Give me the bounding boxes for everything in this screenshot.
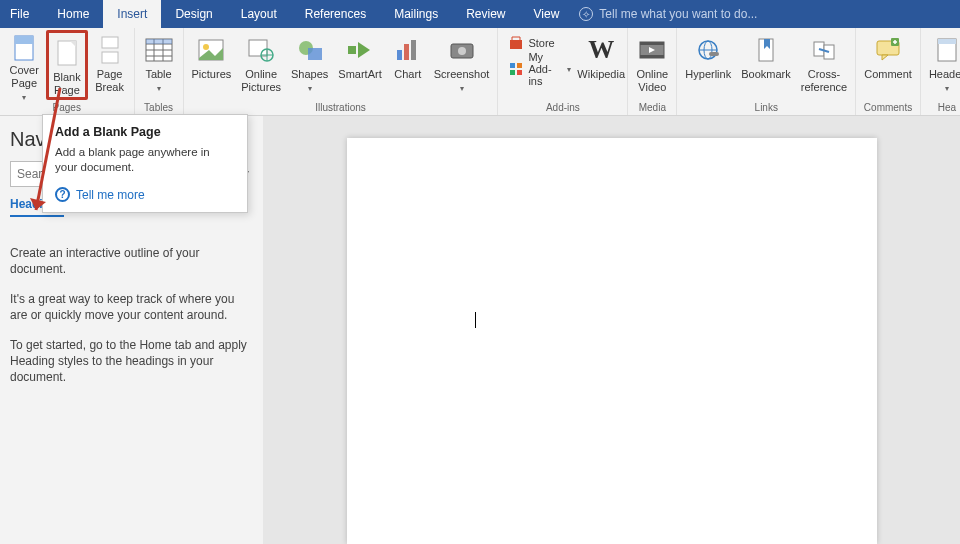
- svg-rect-15: [249, 40, 267, 56]
- tab-references[interactable]: References: [291, 0, 380, 28]
- cross-reference-button[interactable]: Cross-reference: [797, 30, 851, 100]
- chart-button[interactable]: Chart: [388, 30, 428, 100]
- smartart-label: SmartArt: [338, 68, 381, 81]
- chevron-down-icon: ▾: [460, 84, 464, 93]
- group-addins-label: Add-ins: [546, 101, 580, 115]
- svg-rect-4: [102, 37, 118, 48]
- bookmark-button[interactable]: Bookmark: [737, 30, 795, 100]
- tell-me-search[interactable]: ✧ Tell me what you want to do...: [573, 0, 960, 28]
- tab-mailings[interactable]: Mailings: [380, 0, 452, 28]
- online-pics-label2: Pictures: [241, 81, 281, 93]
- screenshot-icon: [448, 34, 476, 66]
- group-header-label: Hea: [938, 101, 956, 115]
- online-video-label2: Video: [638, 81, 666, 93]
- chevron-down-icon: ▾: [22, 93, 26, 102]
- my-addins-label: My Add-ins: [528, 51, 563, 87]
- chevron-down-icon: ▾: [567, 65, 571, 74]
- online-pictures-icon: [247, 34, 275, 66]
- wikipedia-icon: W: [588, 34, 614, 66]
- comment-label: Comment: [864, 68, 912, 81]
- cover-page-button[interactable]: CoverPage ▾: [4, 30, 44, 100]
- group-illustrations-label: Illustrations: [315, 101, 366, 115]
- addins-icon: [508, 61, 524, 77]
- group-illustrations: Pictures OnlinePictures Shapes▾ SmartArt: [184, 28, 499, 115]
- chevron-down-icon: ▾: [157, 84, 161, 93]
- tab-review[interactable]: Review: [452, 0, 519, 28]
- tab-design[interactable]: Design: [161, 0, 226, 28]
- svg-rect-21: [348, 46, 356, 54]
- comment-button[interactable]: Comment: [860, 30, 916, 100]
- tab-layout[interactable]: Layout: [227, 0, 291, 28]
- pictures-icon: [197, 34, 225, 66]
- svg-rect-36: [640, 55, 664, 58]
- page-break-label2: Break: [95, 81, 124, 93]
- hyperlink-label: Hyperlink: [685, 68, 731, 81]
- group-links-label: Links: [755, 101, 778, 115]
- header-icon: [936, 34, 958, 66]
- header-button[interactable]: Header▾: [925, 30, 960, 100]
- chevron-down-icon: ▾: [945, 84, 949, 93]
- store-icon: [508, 35, 524, 51]
- online-pictures-button[interactable]: OnlinePictures: [237, 30, 285, 100]
- group-comments-label: Comments: [864, 101, 912, 115]
- svg-rect-40: [709, 52, 719, 56]
- ribbon-tabstrip: File Home Insert Design Layout Reference…: [0, 0, 960, 28]
- blank-page-label1: Blank: [53, 71, 81, 83]
- chevron-down-icon: ▾: [308, 84, 312, 93]
- svg-rect-2: [58, 41, 76, 65]
- bookmark-label: Bookmark: [741, 68, 791, 81]
- online-video-button[interactable]: OnlineVideo: [632, 30, 672, 100]
- table-label: Table: [145, 68, 171, 80]
- smartart-button[interactable]: SmartArt: [334, 30, 385, 100]
- table-button[interactable]: Table▾: [139, 30, 179, 100]
- tooltip-title: Add a Blank Page: [55, 125, 235, 139]
- hyperlink-button[interactable]: Hyperlink: [681, 30, 735, 100]
- my-addins-button[interactable]: My Add-ins ▾: [508, 58, 571, 80]
- tab-home[interactable]: Home: [43, 0, 103, 28]
- document-page[interactable]: [347, 138, 877, 544]
- comment-icon: [874, 34, 902, 66]
- online-video-icon: [638, 34, 666, 66]
- shapes-button[interactable]: Shapes▾: [287, 30, 332, 100]
- svg-point-27: [458, 47, 466, 55]
- svg-rect-28: [510, 40, 522, 49]
- group-addins: Store My Add-ins ▾ W Wikipedia Add-ins: [498, 28, 628, 115]
- chart-icon: [394, 34, 422, 66]
- wikipedia-button[interactable]: W Wikipedia: [579, 30, 623, 100]
- nav-help-para1: Create an interactive outline of your do…: [10, 245, 253, 277]
- blank-page-button[interactable]: BlankPage: [46, 30, 87, 100]
- hyperlink-icon: [694, 34, 722, 66]
- svg-rect-31: [510, 70, 515, 75]
- document-area: [263, 116, 960, 544]
- page-break-button[interactable]: PageBreak: [90, 30, 130, 100]
- online-pics-label1: Online: [245, 68, 277, 80]
- blank-page-label2: Page: [54, 84, 80, 96]
- cover-page-label1: Cover: [10, 64, 39, 76]
- group-tables-label: Tables: [144, 101, 173, 115]
- text-cursor: [475, 312, 476, 328]
- pictures-button[interactable]: Pictures: [188, 30, 236, 100]
- svg-marker-22: [358, 42, 370, 58]
- tab-view[interactable]: View: [520, 0, 574, 28]
- group-media: OnlineVideo Media: [628, 28, 677, 115]
- screenshot-button[interactable]: Screenshot▾: [430, 30, 494, 100]
- smartart-icon: [346, 34, 374, 66]
- svg-rect-51: [938, 39, 956, 44]
- shapes-icon: [296, 34, 324, 66]
- tab-insert[interactable]: Insert: [103, 0, 161, 28]
- nav-help-para3: To get started, go to the Home tab and a…: [10, 337, 253, 385]
- group-tables: Table▾ Tables: [135, 28, 184, 115]
- tell-me-more-link[interactable]: ? Tell me more: [55, 187, 235, 202]
- svg-rect-35: [640, 42, 664, 45]
- group-media-label: Media: [639, 101, 666, 115]
- cross-ref-label1: Cross-: [808, 68, 840, 80]
- cover-page-icon: [13, 34, 35, 62]
- svg-rect-23: [397, 50, 402, 60]
- chart-label: Chart: [394, 68, 421, 81]
- tab-file[interactable]: File: [0, 0, 43, 28]
- group-links: Hyperlink Bookmark Cross-reference Links: [677, 28, 856, 115]
- tell-me-more-label: Tell me more: [76, 188, 145, 202]
- pictures-label: Pictures: [192, 68, 232, 81]
- nav-help-para2: It's a great way to keep track of where …: [10, 291, 253, 323]
- online-video-label1: Online: [636, 68, 668, 80]
